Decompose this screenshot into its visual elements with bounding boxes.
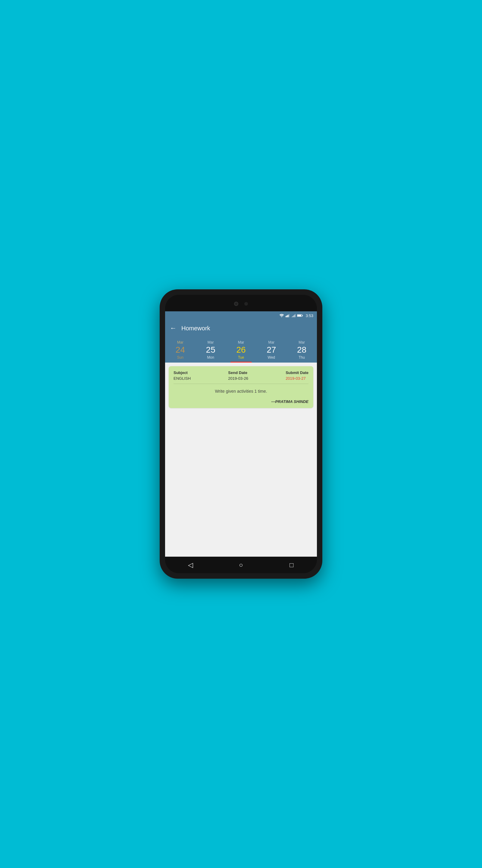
phone-top-decoration <box>165 295 317 313</box>
signal-icon <box>286 314 290 317</box>
calendar-day-tue[interactable]: Mar 26 Tue <box>226 339 256 363</box>
wifi-icon <box>279 314 284 317</box>
cal-weekday-1: Mon <box>207 355 214 360</box>
cal-month-3: Mar <box>268 340 275 344</box>
calendar-day-wed[interactable]: Mar 27 Wed <box>256 339 287 363</box>
homework-author: ---PRATIMA SHINDE <box>173 399 309 404</box>
battery-icon <box>297 314 303 317</box>
content-area: Subject ENGLISH Send Date 2019-03-26 Sub… <box>165 363 317 557</box>
svg-rect-2 <box>287 315 287 317</box>
calendar-strip: Mar 24 Sun Mar 25 Mon Mar 26 Tue <box>165 337 317 363</box>
homework-description: Write given activities 1 time. <box>173 388 309 395</box>
send-date-col: Send Date 2019-03-26 <box>228 370 248 381</box>
cal-number-0: 24 <box>175 346 185 354</box>
svg-marker-5 <box>291 314 295 317</box>
cal-number-2: 26 <box>236 346 246 354</box>
calendar-day-mon[interactable]: Mar 25 Mon <box>195 339 226 363</box>
bottom-nav: ◁ ○ □ <box>165 557 317 573</box>
back-button[interactable]: ← <box>170 324 176 332</box>
app-bar: ← Homework <box>165 320 317 337</box>
status-icons: 3:53 <box>279 313 313 318</box>
svg-rect-4 <box>289 314 289 317</box>
send-date-value: 2019-03-26 <box>228 376 248 381</box>
svg-rect-1 <box>286 316 287 317</box>
cal-weekday-2: Tue <box>238 355 244 360</box>
svg-point-0 <box>281 317 282 317</box>
svg-rect-3 <box>288 315 289 317</box>
cal-month-2: Mar <box>238 340 244 344</box>
front-camera <box>234 302 238 306</box>
nav-recent-button[interactable]: □ <box>286 559 298 571</box>
submit-date-col: Submit Date 2019-03-27 <box>286 370 309 381</box>
phone-screen: 3:53 ← Homework Mar 24 Sun Mar 25 <box>165 295 317 573</box>
cal-number-1: 25 <box>206 346 215 354</box>
app-title: Homework <box>181 325 210 332</box>
status-time: 3:53 <box>306 313 313 318</box>
submit-date-value: 2019-03-27 <box>286 376 309 381</box>
active-day-indicator <box>230 362 252 363</box>
subject-col: Subject ENGLISH <box>173 370 191 381</box>
homework-card: Subject ENGLISH Send Date 2019-03-26 Sub… <box>169 366 313 408</box>
cal-weekday-4: Thu <box>298 355 305 360</box>
nav-home-button[interactable]: ○ <box>235 559 247 571</box>
cal-month-0: Mar <box>177 340 184 344</box>
subject-label: Subject <box>173 370 191 375</box>
send-date-label: Send Date <box>228 370 248 375</box>
cal-month-1: Mar <box>207 340 214 344</box>
cal-month-4: Mar <box>298 340 305 344</box>
calendar-day-thu[interactable]: Mar 28 Thu <box>287 339 317 363</box>
cal-number-4: 28 <box>297 346 307 354</box>
phone-device: 3:53 ← Homework Mar 24 Sun Mar 25 <box>160 289 322 579</box>
svg-rect-8 <box>297 315 301 316</box>
submit-date-label: Submit Date <box>286 370 309 375</box>
svg-rect-7 <box>302 315 303 316</box>
app-screen: 3:53 ← Homework Mar 24 Sun Mar 25 <box>165 311 317 557</box>
calendar-day-sun[interactable]: Mar 24 Sun <box>165 339 195 363</box>
cal-weekday-3: Wed <box>268 355 275 360</box>
signal2-icon <box>291 314 295 317</box>
subject-value: ENGLISH <box>173 376 191 381</box>
nav-back-button[interactable]: ◁ <box>184 559 196 571</box>
cal-number-3: 27 <box>267 346 276 354</box>
speaker <box>244 302 248 306</box>
card-header: Subject ENGLISH Send Date 2019-03-26 Sub… <box>173 370 309 384</box>
cal-weekday-0: Sun <box>177 355 184 360</box>
